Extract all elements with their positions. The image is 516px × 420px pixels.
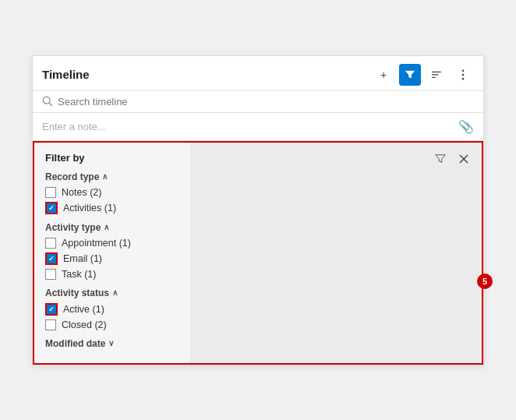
list-item: Appointment (1) bbox=[45, 238, 179, 249]
timeline-panel: Timeline + bbox=[32, 55, 484, 365]
email-checkbox[interactable] bbox=[45, 252, 58, 265]
svg-rect-2 bbox=[432, 76, 436, 77]
svg-point-3 bbox=[462, 69, 465, 72]
list-item: Closed (2) bbox=[45, 319, 179, 330]
sort-button[interactable] bbox=[426, 64, 447, 86]
timeline-actions: + bbox=[373, 64, 474, 86]
active-label: Active (1) bbox=[63, 304, 104, 315]
modified-date-section-title: Modified date ∨ bbox=[45, 338, 179, 349]
activity-type-section-title: Activity type ∧ bbox=[45, 222, 179, 233]
appointment-label: Appointment (1) bbox=[62, 238, 131, 249]
filter-panel-filter-icon[interactable] bbox=[430, 149, 451, 169]
notes-label: Notes (2) bbox=[62, 187, 101, 198]
filter-main-area bbox=[190, 143, 482, 363]
svg-point-5 bbox=[462, 77, 465, 79]
filter-panel: Filter by Record type ∧ Notes (2) bbox=[33, 141, 483, 365]
more-button[interactable] bbox=[452, 64, 474, 86]
svg-rect-0 bbox=[432, 71, 441, 72]
active-checkmark bbox=[47, 305, 56, 314]
svg-line-7 bbox=[49, 103, 52, 106]
list-item: Active (1) bbox=[45, 303, 179, 316]
filter-panel-icons bbox=[430, 149, 474, 169]
note-placeholder[interactable]: Enter a note... bbox=[42, 121, 106, 132]
activity-status-section-title: Activity status ∧ bbox=[45, 288, 179, 298]
email-label: Email (1) bbox=[63, 253, 102, 264]
email-checkmark bbox=[47, 254, 56, 263]
task-checkbox[interactable] bbox=[45, 269, 56, 280]
timeline-title: Timeline bbox=[42, 68, 90, 81]
activities-label: Activities (1) bbox=[63, 203, 116, 214]
activities-checkmark bbox=[47, 203, 56, 213]
closed-checkbox[interactable] bbox=[45, 319, 56, 330]
list-item: Email (1) bbox=[45, 252, 179, 265]
list-item: Notes (2) bbox=[45, 187, 179, 198]
svg-rect-1 bbox=[432, 74, 439, 75]
timeline-header: Timeline + bbox=[33, 56, 483, 91]
add-button[interactable]: + bbox=[373, 64, 394, 86]
activity-status-chevron[interactable]: ∧ bbox=[112, 288, 118, 297]
appointment-checkbox[interactable] bbox=[45, 238, 56, 249]
filter-panel-wrapper: Filter by Record type ∧ Notes (2) bbox=[33, 141, 483, 365]
search-icon bbox=[42, 96, 53, 107]
activity-type-items: Appointment (1) Email (1) Task (1) bbox=[45, 238, 179, 280]
modified-date-chevron[interactable]: ∨ bbox=[108, 339, 114, 348]
search-input[interactable] bbox=[58, 96, 474, 108]
task-label: Task (1) bbox=[62, 269, 96, 280]
filter-header-row: Filter by bbox=[45, 152, 179, 164]
search-bar bbox=[33, 91, 483, 113]
activity-status-items: Active (1) Closed (2) bbox=[45, 303, 179, 330]
filter-sidebar: Filter by Record type ∧ Notes (2) bbox=[34, 143, 190, 363]
activities-checkbox[interactable] bbox=[45, 202, 58, 214]
svg-point-6 bbox=[43, 97, 50, 104]
svg-point-4 bbox=[462, 73, 465, 76]
filter-panel-close-icon[interactable] bbox=[454, 149, 474, 169]
filter-button[interactable] bbox=[399, 64, 421, 86]
active-checkbox[interactable] bbox=[45, 303, 58, 316]
list-item: Activities (1) bbox=[45, 202, 179, 214]
attachment-icon[interactable]: 📎 bbox=[458, 119, 474, 134]
annotation-5: 5 bbox=[477, 274, 493, 289]
closed-label: Closed (2) bbox=[62, 319, 107, 330]
list-item: Task (1) bbox=[45, 269, 179, 280]
filter-by-label: Filter by bbox=[45, 152, 85, 164]
record-type-section-title: Record type ∧ bbox=[45, 171, 179, 182]
record-type-chevron[interactable]: ∧ bbox=[102, 172, 108, 181]
activity-type-chevron[interactable]: ∧ bbox=[104, 223, 109, 231]
notes-checkbox[interactable] bbox=[45, 187, 56, 198]
note-input: Enter a note... 📎 bbox=[33, 113, 483, 141]
record-type-items: Notes (2) Activities (1) bbox=[45, 187, 179, 214]
